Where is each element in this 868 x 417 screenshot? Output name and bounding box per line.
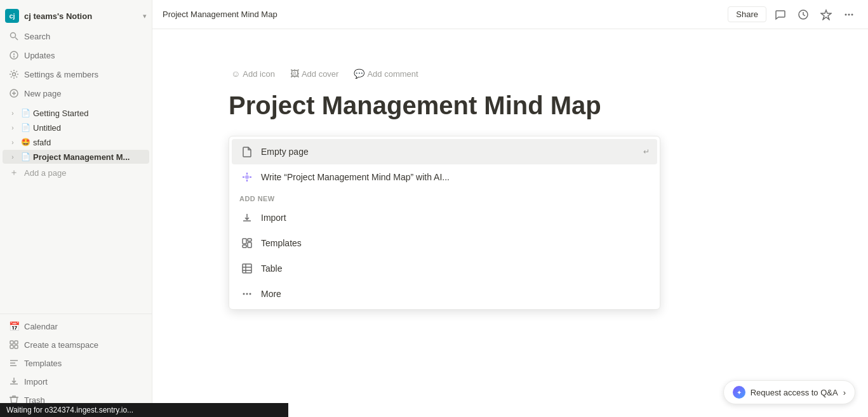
dropdown-table[interactable]: Table bbox=[232, 256, 657, 281]
settings-label: Settings & members bbox=[24, 70, 98, 79]
page-title-active: Project Management M... bbox=[33, 152, 144, 162]
add-icon-label: Add icon bbox=[243, 69, 275, 79]
add-icon-action[interactable]: ☺ Add icon bbox=[229, 67, 277, 80]
sidebar: cj cj teams's Notion ▾ Search Updates bbox=[0, 0, 152, 417]
comment-icon: 💬 bbox=[354, 69, 364, 79]
settings-icon bbox=[8, 68, 20, 81]
import-icon bbox=[239, 210, 255, 225]
svg-rect-23 bbox=[243, 264, 251, 273]
more-dots-icon bbox=[239, 286, 255, 301]
svg-line-1 bbox=[15, 37, 18, 40]
dropdown-ai-write[interactable]: Write “Project Management Mind Map” with… bbox=[232, 164, 657, 190]
page-file-icon: 📄 bbox=[20, 122, 30, 133]
add-cover-action[interactable]: 🖼 Add cover bbox=[288, 67, 342, 80]
table-label: Table bbox=[261, 263, 650, 274]
sidebar-settings[interactable]: Settings & members bbox=[3, 65, 149, 83]
dropdown-empty-page[interactable]: Empty page ↵ bbox=[232, 139, 657, 164]
templates-icon bbox=[8, 357, 20, 369]
sidebar-calendar[interactable]: 📅 Calendar bbox=[3, 317, 149, 335]
more-icon-button[interactable] bbox=[840, 6, 858, 23]
sidebar-bottom: 📅 Calendar Create a teamspace Templates bbox=[0, 314, 152, 412]
new-page-dropdown: Empty page ↵ Write “Project Management M… bbox=[229, 136, 660, 310]
empty-page-label: Empty page bbox=[261, 147, 637, 157]
request-access-icon: ✦ bbox=[733, 386, 745, 399]
new-page-label: New page bbox=[24, 89, 62, 98]
table-icon bbox=[239, 261, 255, 276]
svg-rect-22 bbox=[243, 245, 246, 248]
templates-label: Templates bbox=[24, 359, 62, 368]
dropdown-more[interactable]: More bbox=[232, 281, 657, 307]
request-access-chevron: › bbox=[843, 388, 846, 397]
import-label: Import bbox=[24, 377, 48, 387]
add-new-section-label: Add new bbox=[232, 190, 657, 205]
calendar-icon: 📅 bbox=[8, 320, 20, 333]
page-chevron-icon: › bbox=[8, 137, 18, 147]
image-icon: 🖼 bbox=[290, 69, 299, 79]
main-content: Project Management Mind Map Share bbox=[152, 0, 868, 417]
workspace-name: cj teams's Notion bbox=[24, 11, 138, 21]
add-comment-action[interactable]: 💬 Add comment bbox=[351, 67, 420, 80]
add-cover-label: Add cover bbox=[302, 69, 339, 79]
workspace-chevron-icon: ▾ bbox=[143, 12, 147, 20]
page-title-heading: Project Management Mind Map bbox=[229, 90, 792, 121]
updates-label: Updates bbox=[24, 51, 55, 60]
svg-rect-9 bbox=[10, 341, 13, 344]
page-title: Untitled bbox=[33, 123, 144, 133]
dropdown-import[interactable]: Import bbox=[232, 205, 657, 230]
empty-page-icon bbox=[239, 144, 255, 159]
calendar-label: Calendar bbox=[24, 322, 58, 331]
comments-icon-button[interactable] bbox=[771, 6, 789, 23]
dropdown-templates[interactable]: Templates bbox=[232, 230, 657, 256]
create-teamspace-label: Create a teamspace bbox=[24, 340, 98, 350]
ai-icon bbox=[239, 169, 255, 185]
svg-point-17 bbox=[851, 13, 853, 15]
share-button[interactable]: Share bbox=[728, 6, 766, 22]
topbar-actions: Share bbox=[728, 6, 858, 23]
sidebar-item-project-mgmt[interactable]: › 📄 Project Management M... bbox=[3, 150, 149, 164]
search-icon bbox=[8, 30, 20, 43]
svg-point-4 bbox=[14, 56, 15, 57]
new-page-icon bbox=[8, 87, 20, 100]
svg-point-15 bbox=[845, 13, 847, 15]
page-title: Getting Started bbox=[33, 109, 144, 118]
sidebar-updates[interactable]: Updates bbox=[3, 46, 149, 64]
workspace-header[interactable]: cj cj teams's Notion ▾ bbox=[0, 5, 152, 27]
request-access-button[interactable]: ✦ Request access to Q&A › bbox=[723, 380, 855, 404]
page-file-icon: 📄 bbox=[20, 152, 30, 162]
sidebar-add-page[interactable]: ＋ Add a page bbox=[3, 164, 149, 181]
page-content-area: ☺ Add icon 🖼 Add cover 💬 Add comment Pro… bbox=[152, 29, 868, 417]
page-actions-row: ☺ Add icon 🖼 Add cover 💬 Add comment bbox=[229, 67, 792, 80]
page-chevron-icon: › bbox=[8, 122, 18, 133]
page-title: sfafd bbox=[33, 138, 144, 147]
import-icon bbox=[8, 375, 20, 388]
svg-rect-12 bbox=[15, 345, 18, 348]
sidebar-new-page[interactable]: New page bbox=[3, 84, 149, 102]
svg-rect-11 bbox=[10, 345, 13, 348]
svg-rect-21 bbox=[248, 242, 251, 248]
import-label: Import bbox=[261, 213, 650, 223]
star-icon-button[interactable] bbox=[817, 6, 835, 23]
sidebar-create-teamspace[interactable]: Create a teamspace bbox=[3, 336, 149, 354]
updates-icon bbox=[8, 49, 20, 62]
sidebar-import[interactable]: Import bbox=[3, 373, 149, 390]
sidebar-item-sfafd[interactable]: › 🤩 sfafd bbox=[3, 135, 149, 149]
page-emoji-icon: 🤩 bbox=[20, 137, 30, 147]
add-comment-label: Add comment bbox=[367, 69, 418, 79]
svg-point-16 bbox=[848, 13, 850, 15]
search-label: Search bbox=[24, 32, 50, 41]
sidebar-search[interactable]: Search bbox=[3, 27, 149, 45]
svg-rect-20 bbox=[248, 239, 251, 241]
add-page-label: Add a page bbox=[24, 168, 67, 178]
svg-point-5 bbox=[13, 73, 16, 76]
sidebar-item-untitled[interactable]: › 📄 Untitled bbox=[3, 121, 149, 135]
breadcrumb: Project Management Mind Map bbox=[163, 10, 728, 19]
topbar: Project Management Mind Map Share bbox=[152, 0, 868, 29]
svg-point-29 bbox=[250, 293, 251, 295]
history-icon-button[interactable] bbox=[794, 6, 812, 23]
sidebar-item-getting-started[interactable]: › 📄 Getting Started bbox=[3, 106, 149, 120]
add-page-plus-icon: ＋ bbox=[8, 166, 20, 179]
svg-point-0 bbox=[11, 33, 16, 38]
ai-label: Write “Project Management Mind Map” with… bbox=[261, 172, 650, 182]
sidebar-templates[interactable]: Templates bbox=[3, 354, 149, 372]
sidebar-pages: › 📄 Getting Started › 📄 Untitled › 🤩 sfa… bbox=[0, 103, 152, 314]
